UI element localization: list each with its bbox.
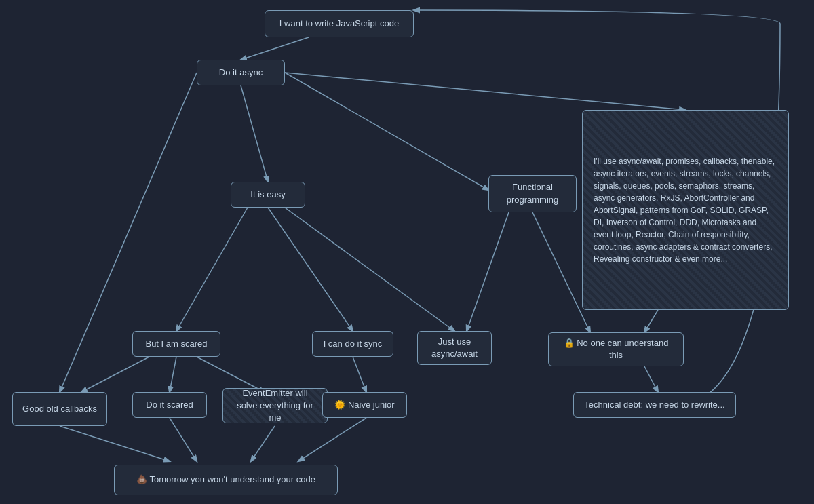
node-naive-junior: 🌞 Naive junior xyxy=(322,392,407,418)
svg-line-1 xyxy=(241,85,268,182)
svg-line-7 xyxy=(467,212,509,331)
svg-line-14 xyxy=(644,366,658,392)
svg-line-18 xyxy=(298,418,366,461)
node-no-one: 🔒 No one can understand this xyxy=(548,332,684,366)
svg-line-13 xyxy=(353,357,366,392)
node-functional: Functional programming xyxy=(488,175,577,212)
svg-line-10 xyxy=(81,357,149,392)
svg-line-2 xyxy=(285,73,488,190)
node-do-scared: Do it scared xyxy=(132,392,207,418)
node-want-js: I want to write JavaScript code xyxy=(265,10,414,37)
node-do-async: Do it async xyxy=(197,60,285,85)
svg-line-16 xyxy=(170,418,197,461)
node-just-async: Just use async/await xyxy=(417,331,492,365)
svg-line-6 xyxy=(285,208,454,331)
node-async-box: I'll use async/await, promises, callback… xyxy=(582,110,789,310)
svg-line-3 xyxy=(285,73,685,110)
node-tech-debt: Technical debt: we need to rewrite... xyxy=(573,392,736,418)
node-i-can-sync: I can do it sync xyxy=(312,331,393,357)
node-callbacks: Good old callbacks xyxy=(12,392,107,426)
svg-line-5 xyxy=(268,208,353,331)
diagram: I want to write JavaScript code Do it as… xyxy=(0,0,814,504)
svg-line-0 xyxy=(241,37,309,60)
svg-line-17 xyxy=(251,426,275,461)
svg-line-9 xyxy=(644,310,658,332)
node-event-emitter: EventEmitter will solve everything for m… xyxy=(222,388,328,423)
svg-line-15 xyxy=(60,426,170,461)
svg-line-11 xyxy=(170,357,176,392)
node-tomorrow: 💩 Tomorrow you won't understand your cod… xyxy=(114,465,338,495)
svg-line-4 xyxy=(176,208,248,331)
node-it-easy: It is easy xyxy=(231,182,305,208)
node-but-scared: But I am scared xyxy=(132,331,220,357)
